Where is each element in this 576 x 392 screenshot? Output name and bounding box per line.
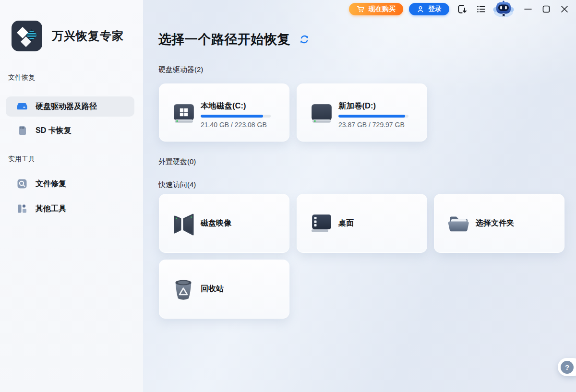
drive-name: 本地磁盘(C:) (201, 101, 246, 111)
drive-usage-bar (338, 115, 408, 118)
buy-now-label: 现在购买 (369, 5, 396, 13)
task-list-icon[interactable] (475, 3, 487, 15)
drive-usage-text: 23.87 GB / 729.97 GB (338, 121, 405, 129)
sd-card-icon (16, 125, 28, 136)
page-title-row: 选择一个路径开始恢复 (158, 31, 310, 48)
more-tools-icon (16, 203, 28, 214)
drive-usage-bar (201, 115, 271, 118)
disk-image-icon (172, 213, 196, 236)
sidebar-item-sd-card[interactable]: SD 卡恢复 (6, 120, 134, 141)
quick-card-label: 选择文件夹 (476, 218, 514, 228)
user-icon (417, 5, 424, 13)
sidebar-section-file-recovery: 文件恢复 (8, 73, 35, 82)
hard-drive-icon (16, 101, 28, 112)
sidebar-item-file-repair[interactable]: 文件修复 (6, 174, 134, 194)
maximize-button[interactable] (541, 4, 551, 14)
quick-card-disk-image[interactable]: 磁盘映像 (159, 194, 289, 253)
quick-card-label: 回收站 (201, 284, 224, 294)
desktop-icon (310, 213, 334, 235)
brand: 万兴恢复专家 (12, 21, 124, 51)
sidebar-section-utilities: 实用工具 (8, 155, 35, 164)
quick-card-label: 磁盘映像 (201, 218, 231, 228)
app-window: 万兴恢复专家 文件恢复 硬盘驱动器及路径 SD 卡恢复 (0, 0, 576, 392)
quick-card-desktop[interactable]: 桌面 (297, 194, 427, 253)
sidebar: 万兴恢复专家 文件恢复 硬盘驱动器及路径 SD 卡恢复 (0, 0, 143, 392)
hard-drive-icon (310, 103, 334, 124)
file-repair-icon (16, 178, 28, 190)
login-label: 登录 (428, 5, 442, 13)
quick-access-section-label: 快速访问(4) (158, 180, 196, 190)
minimize-button[interactable] (523, 4, 533, 14)
titlebar: 现在购买 登录 (143, 0, 576, 18)
sidebar-item-hdd-paths[interactable]: 硬盘驱动器及路径 (6, 96, 134, 117)
quick-card-label: 桌面 (338, 218, 354, 228)
app-logo-icon (12, 21, 42, 51)
refresh-icon[interactable] (299, 34, 310, 45)
help-icon: ? (561, 361, 574, 374)
sidebar-item-label: 硬盘驱动器及路径 (36, 102, 97, 112)
drive-card-c[interactable]: 本地磁盘(C:) 21.40 GB / 223.08 GB (159, 83, 289, 142)
drive-usage-bar-fill (201, 115, 263, 118)
sidebar-item-label: 文件修复 (36, 179, 66, 189)
folder-icon (447, 213, 471, 234)
recycle-bin-icon (172, 278, 195, 301)
switch-mode-icon[interactable] (456, 3, 468, 15)
drive-name: 新加卷(D:) (338, 101, 376, 111)
drive-usage-text: 21.40 GB / 223.08 GB (201, 121, 267, 129)
cart-icon (357, 5, 365, 13)
hdd-section-label: 硬盘驱动器(2) (158, 65, 203, 74)
login-button[interactable]: 登录 (409, 3, 449, 15)
sidebar-item-more-tools[interactable]: 其他工具 (6, 199, 134, 219)
sidebar-item-label: SD 卡恢复 (36, 126, 72, 136)
windows-drive-icon (172, 103, 196, 124)
page-title: 选择一个路径开始恢复 (158, 31, 290, 48)
external-section-label: 外置硬盘(0) (158, 157, 196, 166)
quick-card-recycle-bin[interactable]: 回收站 (159, 260, 289, 319)
close-button[interactable] (560, 4, 569, 14)
drive-usage-bar-fill (338, 115, 405, 118)
drive-card-d[interactable]: 新加卷(D:) 23.87 GB / 729.97 GB (297, 83, 427, 142)
assistant-robot-avatar[interactable] (492, 0, 515, 18)
help-button[interactable]: ? (558, 358, 576, 376)
quick-card-select-folder[interactable]: 选择文件夹 (434, 194, 564, 253)
sidebar-item-label: 其他工具 (36, 204, 66, 214)
buy-now-button[interactable]: 现在购买 (349, 3, 403, 15)
app-title: 万兴恢复专家 (52, 28, 124, 44)
